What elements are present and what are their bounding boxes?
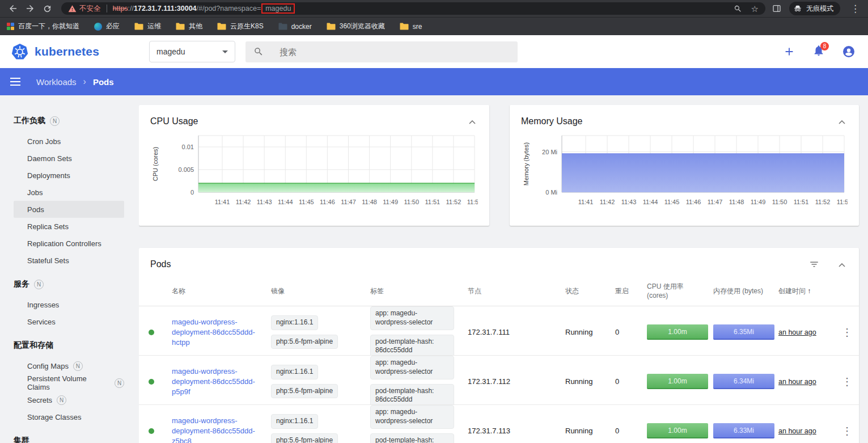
bookmark-item[interactable]: 运维	[134, 22, 161, 31]
forward-icon[interactable]	[23, 2, 37, 15]
bookmark-star-icon[interactable]: ☆	[751, 5, 759, 13]
label-chip: pod-template-hash: 86dcc55ddd	[370, 433, 454, 443]
pod-name-link[interactable]: magedu-wordpress-deployment-86dcc55ddd-z…	[172, 416, 257, 443]
url-host: 172.31.7.111:30004	[134, 5, 197, 12]
sidebar-item-services[interactable]: Services	[14, 313, 124, 330]
svg-text:11:41: 11:41	[578, 199, 594, 205]
folder-icon	[134, 23, 143, 30]
memory-usage-card: Memory Usage 0 Mi20 Mi11:4111:4211:4311:…	[510, 105, 859, 226]
folder-icon	[278, 23, 287, 30]
account-button[interactable]	[842, 45, 856, 58]
collapse-chevron-icon[interactable]	[836, 258, 848, 271]
pod-restarts: 0	[609, 427, 641, 435]
svg-text:11:48: 11:48	[362, 199, 377, 205]
annotation-highlight-box: magedu	[261, 3, 295, 14]
sidebar-item-replication-controllers[interactable]: Replication Controllers	[14, 235, 124, 252]
label-chip: pod-template-hash: 86dcc55ddd	[370, 335, 454, 356]
cpu-usage-bar: 1.00m	[647, 374, 708, 389]
created-time: an hour ago	[778, 378, 816, 386]
collapse-chevron-icon[interactable]	[836, 115, 848, 128]
sidebar-item-jobs[interactable]: Jobs	[14, 184, 124, 201]
svg-text:11:42: 11:42	[600, 199, 615, 205]
pod-name-link[interactable]: magedu-wordpress-deployment-86dcc55ddd-h…	[172, 317, 257, 348]
row-menu-button[interactable]: ⋮	[842, 376, 851, 388]
pod-name-link[interactable]: magedu-wordpress-deployment-86dcc55ddd-p…	[172, 366, 257, 397]
row-menu-button[interactable]: ⋮	[842, 326, 851, 339]
url-scheme: https	[113, 5, 128, 12]
column-header-created[interactable]: 创建时间 ↑	[773, 283, 836, 301]
site-favicon	[7, 23, 14, 30]
bookmark-item[interactable]: 百度一下，你就知道	[7, 22, 79, 31]
bookmark-item[interactable]: 云原生K8S	[217, 22, 264, 31]
menu-icon[interactable]	[10, 78, 20, 86]
notification-count-badge: 8	[820, 42, 829, 50]
sidebar-item-secrets[interactable]: SecretsN	[14, 391, 124, 408]
sidebar-item-replica-sets[interactable]: Replica Sets	[14, 218, 124, 235]
reload-icon[interactable]	[40, 2, 54, 15]
sidebar-item-ingresses[interactable]: Ingresses	[14, 296, 124, 313]
folder-icon	[217, 23, 226, 30]
memory-area-chart: 0 Mi20 Mi11:4111:4211:4311:4411:4511:461…	[521, 131, 848, 208]
bookmark-item[interactable]: 必应	[94, 22, 120, 31]
site-favicon	[94, 23, 102, 31]
sidebar-item-deployments[interactable]: Deployments	[14, 167, 124, 184]
svg-text:11:46: 11:46	[320, 199, 335, 205]
column-header-cpu[interactable]: CPU 使用率 (cores)	[641, 279, 708, 306]
browser-menu-icon[interactable]: ⋮	[848, 4, 862, 14]
url-path: /#/pod?namespace=	[197, 5, 261, 12]
column-header-restarts[interactable]: 重启	[609, 283, 641, 301]
pod-table-row: magedu-wordpress-deployment-86dcc55ddd-p…	[139, 356, 859, 405]
svg-text:0 Mi: 0 Mi	[545, 189, 557, 196]
panel-icon[interactable]	[772, 4, 781, 13]
warning-triangle-icon	[68, 5, 77, 13]
create-resource-button[interactable]	[783, 45, 795, 58]
search-icon[interactable]	[734, 5, 742, 13]
column-header-status[interactable]: 状态	[560, 283, 609, 301]
image-chip: nginx:1.16.1	[271, 414, 318, 429]
svg-text:Memory (bytes): Memory (bytes)	[523, 142, 530, 185]
column-header-memory[interactable]: 内存使用 (bytes)	[708, 283, 773, 301]
svg-text:11:48: 11:48	[729, 199, 744, 205]
security-warning[interactable]: 不安全	[68, 4, 101, 14]
svg-text:0: 0	[190, 189, 194, 196]
pod-restarts: 0	[609, 328, 641, 336]
bookmark-item[interactable]: 360浏览器收藏	[327, 22, 385, 31]
sidebar-item-config-maps[interactable]: Config MapsN	[14, 357, 124, 374]
column-header-image[interactable]: 镜像	[265, 283, 365, 301]
sidebar-item-persistent-volume-claims[interactable]: Persistent Volume ClaimsN	[14, 374, 124, 391]
bookmark-item[interactable]: 其他	[176, 22, 202, 31]
svg-text:11:53: 11:53	[837, 199, 848, 205]
notifications-button[interactable]: 8	[812, 44, 825, 59]
collapse-chevron-icon[interactable]	[467, 115, 478, 128]
column-header-label[interactable]: 标签	[365, 283, 462, 301]
created-time: an hour ago	[778, 427, 816, 435]
bookmark-label: sre	[413, 23, 422, 31]
column-header-name[interactable]: 名称	[166, 283, 265, 301]
sort-ascending-icon: ↑	[806, 287, 811, 295]
svg-text:0.005: 0.005	[178, 166, 194, 173]
namespaced-badge: N	[115, 378, 124, 388]
sidebar-section-title: 工作负载N	[0, 106, 139, 133]
breadcrumb-parent[interactable]: Workloads	[36, 77, 77, 87]
sidebar-item-cron-jobs[interactable]: Cron Jobs	[14, 133, 124, 150]
chevron-down-icon	[222, 50, 228, 53]
search-input[interactable]	[280, 47, 510, 57]
bookmark-item[interactable]: sre	[400, 23, 422, 31]
sidebar-item-daemon-sets[interactable]: Daemon Sets	[14, 150, 124, 167]
column-header-node[interactable]: 节点	[462, 283, 560, 301]
label-chip: app: magedu-wordpress-selector	[370, 356, 454, 379]
pod-labels: app: magedu-wordpress-selectorpod-templa…	[365, 356, 462, 405]
bookmark-item[interactable]: docker	[278, 23, 312, 31]
sidebar-item-stateful-sets[interactable]: Stateful Sets	[14, 252, 124, 269]
namespace-select[interactable]: magedu	[149, 41, 235, 62]
kubernetes-brand[interactable]: kubernetes	[11, 43, 99, 61]
sidebar-item-pods[interactable]: Pods	[14, 201, 124, 218]
back-icon[interactable]	[6, 2, 20, 15]
pod-node: 172.31.7.111	[462, 328, 560, 336]
row-menu-button[interactable]: ⋮	[842, 425, 851, 437]
address-bar[interactable]: 不安全 https://172.31.7.111:30004/#/pod?nam…	[61, 2, 765, 15]
sidebar-item-storage-classes[interactable]: Storage Classes	[14, 408, 124, 425]
svg-text:11:45: 11:45	[299, 199, 314, 205]
filter-icon[interactable]	[809, 259, 819, 269]
pod-status-text: Running	[560, 377, 609, 386]
